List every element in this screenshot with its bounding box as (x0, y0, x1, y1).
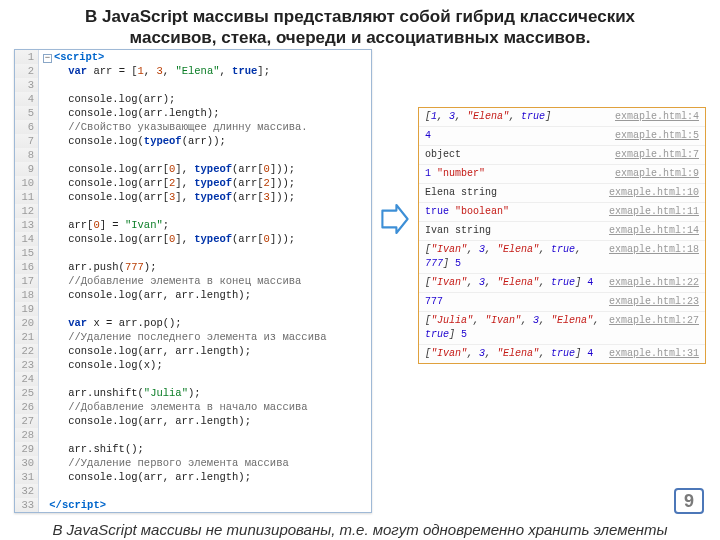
console-output: ["Ivan", 3, "Elena", true] 4 (425, 276, 593, 290)
console-source-link[interactable]: exmaple.html:7 (615, 148, 699, 162)
line-number: 21 (15, 330, 39, 344)
code-content: arr[0] = "Ivan"; (39, 218, 371, 232)
console-row: objectexmaple.html:7 (419, 146, 705, 165)
console-row: 4exmaple.html:5 (419, 127, 705, 146)
line-number: 27 (15, 414, 39, 428)
code-content: console.log(x); (39, 358, 371, 372)
code-line: 31 console.log(arr, arr.length); (15, 470, 371, 484)
code-line: 24 (15, 372, 371, 386)
console-source-link[interactable]: exmaple.html:10 (609, 186, 699, 200)
console-output: ["Ivan", 3, "Elena", true] 4 (425, 347, 593, 361)
console-row: true "boolean"exmaple.html:11 (419, 203, 705, 222)
code-content: console.log(arr); (39, 92, 371, 106)
console-source-link[interactable]: exmaple.html:18 (609, 243, 699, 257)
page-number-badge: 9 (674, 488, 704, 514)
line-number: 13 (15, 218, 39, 232)
code-content (39, 246, 371, 260)
code-content: var arr = [1, 3, "Elena", true]; (39, 64, 371, 78)
code-content: console.log(arr[2], typeof(arr[2])); (39, 176, 371, 190)
line-number: 25 (15, 386, 39, 400)
code-content (39, 204, 371, 218)
console-output: 1 "number" (425, 167, 485, 181)
console-source-link[interactable]: exmaple.html:23 (609, 295, 699, 309)
console-row: 1 "number"exmaple.html:9 (419, 165, 705, 184)
console-row: ["Julia", "Ivan", 3, "Elena", true] 5exm… (419, 312, 705, 345)
code-line: 29 arr.shift(); (15, 442, 371, 456)
code-content (39, 372, 371, 386)
console-source-link[interactable]: exmaple.html:4 (615, 110, 699, 124)
line-number: 18 (15, 288, 39, 302)
console-source-link[interactable]: exmaple.html:14 (609, 224, 699, 238)
code-line: 30 //Удаление первого элемента массива (15, 456, 371, 470)
line-number: 22 (15, 344, 39, 358)
code-line: 4 console.log(arr); (15, 92, 371, 106)
line-number: 29 (15, 442, 39, 456)
console-source-link[interactable]: exmaple.html:5 (615, 129, 699, 143)
line-number: 5 (15, 106, 39, 120)
line-number: 17 (15, 274, 39, 288)
code-line: 1−<script> (15, 50, 371, 64)
console-row: [1, 3, "Elena", true]exmaple.html:4 (419, 108, 705, 127)
code-content: var x = arr.pop(); (39, 316, 371, 330)
console-output-panel: [1, 3, "Elena", true]exmaple.html:44exma… (418, 107, 706, 364)
code-content: console.log(arr[0], typeof(arr[0])); (39, 162, 371, 176)
code-line: 32 (15, 484, 371, 498)
code-content: console.log(arr, arr.length); (39, 288, 371, 302)
code-content: //Удаление первого элемента массива (39, 456, 371, 470)
console-output: [1, 3, "Elena", true] (425, 110, 551, 124)
line-number: 24 (15, 372, 39, 386)
code-line: 25 arr.unshift("Julia"); (15, 386, 371, 400)
line-number: 30 (15, 456, 39, 470)
code-line: 13 arr[0] = "Ivan"; (15, 218, 371, 232)
code-content: console.log(arr[0], typeof(arr[0])); (39, 232, 371, 246)
code-line: 17 //Добавление элемента в конец массива (15, 274, 371, 288)
code-line: 22 console.log(arr, arr.length); (15, 344, 371, 358)
console-source-link[interactable]: exmaple.html:11 (609, 205, 699, 219)
code-line: 33 </script> (15, 498, 371, 512)
line-number: 15 (15, 246, 39, 260)
console-output: object (425, 148, 461, 162)
code-content: console.log(arr, arr.length); (39, 414, 371, 428)
console-source-link[interactable]: exmaple.html:27 (609, 314, 699, 328)
line-number: 33 (15, 498, 39, 512)
code-line: 14 console.log(arr[0], typeof(arr[0])); (15, 232, 371, 246)
line-number: 23 (15, 358, 39, 372)
code-line: 5 console.log(arr.length); (15, 106, 371, 120)
code-line: 7 console.log(typeof(arr)); (15, 134, 371, 148)
code-content: arr.shift(); (39, 442, 371, 456)
code-line: 19 (15, 302, 371, 316)
code-line: 21 //Удаление последнего элемента из мас… (15, 330, 371, 344)
code-line: 23 console.log(x); (15, 358, 371, 372)
code-line: 12 (15, 204, 371, 218)
console-output: Ivan string (425, 224, 491, 238)
code-line: 27 console.log(arr, arr.length); (15, 414, 371, 428)
line-number: 20 (15, 316, 39, 330)
slide-title: В JavaScript массивы представляют собой … (0, 0, 720, 49)
code-line: 18 console.log(arr, arr.length); (15, 288, 371, 302)
code-content (39, 484, 371, 498)
console-output: Elena string (425, 186, 497, 200)
line-number: 32 (15, 484, 39, 498)
line-number: 2 (15, 64, 39, 78)
code-line: 2 var arr = [1, 3, "Elena", true]; (15, 64, 371, 78)
line-number: 6 (15, 120, 39, 134)
console-source-link[interactable]: exmaple.html:9 (615, 167, 699, 181)
code-content: //Удаление последнего элемента из массив… (39, 330, 371, 344)
slide-footer: В JavaScript массивы не типизированы, т.… (0, 521, 720, 538)
line-number: 28 (15, 428, 39, 442)
code-content (39, 428, 371, 442)
line-number: 9 (15, 162, 39, 176)
line-number: 10 (15, 176, 39, 190)
console-row: ["Ivan", 3, "Elena", true] 4exmaple.html… (419, 274, 705, 293)
console-source-link[interactable]: exmaple.html:31 (609, 347, 699, 361)
console-source-link[interactable]: exmaple.html:22 (609, 276, 699, 290)
console-row: Elena stringexmaple.html:10 (419, 184, 705, 203)
line-number: 1 (15, 50, 39, 64)
console-output: 4 (425, 129, 431, 143)
console-output: ["Ivan", 3, "Elena", true, 777] 5 (425, 243, 609, 271)
code-content: arr.unshift("Julia"); (39, 386, 371, 400)
code-line: 28 (15, 428, 371, 442)
code-content: </script> (39, 498, 371, 512)
line-number: 12 (15, 204, 39, 218)
line-number: 26 (15, 400, 39, 414)
